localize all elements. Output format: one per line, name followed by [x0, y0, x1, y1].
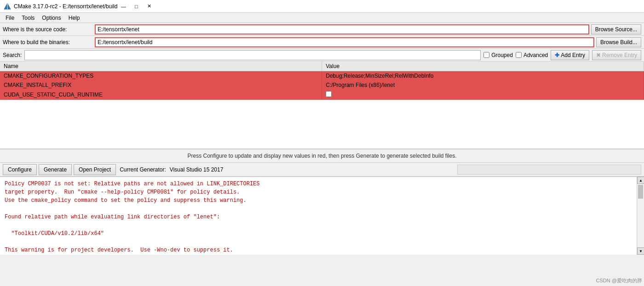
generator-prefix: Current Generator: — [120, 166, 166, 173]
title-bar: CMake 3.17.0-rc2 - E:/tensorrtx/lenet/bu… — [0, 0, 644, 13]
table-header: Name Value — [0, 62, 644, 71]
col-name-header: Name — [0, 62, 322, 71]
config-table: Name Value CMAKE_CONFIGURATION_TYPESDebu… — [0, 62, 644, 100]
cell-name: CMAKE_CONFIGURATION_TYPES — [0, 71, 322, 81]
status-text: Press Configure to update and display ne… — [187, 153, 456, 159]
cell-value — [322, 90, 644, 100]
log-scrollbar[interactable]: ▲ ▼ — [637, 177, 644, 255]
watermark: CSDN @爱吃肉的胖 — [596, 277, 642, 284]
generate-button[interactable]: Generate — [39, 164, 72, 175]
advanced-checkbox-label[interactable]: Advanced — [516, 52, 548, 58]
log-container: Policy CMP0037 is not set: Relative path… — [0, 177, 644, 255]
generator-value: Visual Studio 15 2017 — [170, 166, 224, 173]
table-row[interactable]: CUDA_USE_STATIC_CUDA_RUNTIME — [0, 90, 644, 100]
search-input[interactable] — [24, 50, 481, 60]
search-label: Search: — [3, 52, 22, 58]
config-area: Name Value CMAKE_CONFIGURATION_TYPESDebu… — [0, 62, 644, 149]
add-entry-label: Add Entry — [561, 52, 585, 58]
bottom-toolbar: Configure Generate Open Project Current … — [0, 163, 644, 177]
table-body: CMAKE_CONFIGURATION_TYPESDebug;Release;M… — [0, 71, 644, 100]
cell-checkbox[interactable] — [326, 91, 332, 97]
build-input[interactable] — [95, 37, 594, 47]
grouped-checkbox-label[interactable]: Grouped — [483, 52, 513, 58]
menu-file[interactable]: File — [2, 14, 18, 22]
log-line — [5, 238, 635, 246]
cell-name: CMAKE_INSTALL_PREFIX — [0, 80, 322, 90]
add-icon: ✚ — [555, 52, 559, 58]
grouped-label: Grouped — [491, 52, 513, 58]
open-project-button[interactable]: Open Project — [74, 164, 116, 175]
search-row: Search: Grouped Advanced ✚ Add Entry ✖ R… — [0, 49, 644, 62]
log-area: Policy CMP0037 is not set: Relative path… — [0, 177, 644, 255]
advanced-checkbox[interactable] — [516, 52, 522, 58]
cell-value: C:/Program Files (x86)/lenet — [322, 80, 644, 90]
source-label: Where is the source code: — [3, 26, 95, 33]
browse-source-button[interactable]: Browse Source... — [591, 24, 641, 34]
table-row[interactable]: CMAKE_INSTALL_PREFIXC:/Program Files (x8… — [0, 80, 644, 90]
remove-entry-button[interactable]: ✖ Remove Entry — [592, 50, 641, 60]
col-value-header: Value — [322, 62, 644, 71]
log-line: Use the cmake_policy command to set the … — [5, 196, 635, 205]
source-input[interactable] — [95, 24, 589, 34]
log-line — [5, 205, 635, 213]
scroll-track — [637, 184, 644, 247]
minimize-button[interactable]: — — [117, 2, 129, 11]
menu-bar: File Tools Options Help — [0, 13, 644, 23]
maximize-button[interactable]: □ — [130, 2, 142, 11]
grouped-checkbox[interactable] — [483, 52, 489, 58]
build-row: Where to build the binaries: Browse Buil… — [0, 36, 644, 49]
log-line — [5, 254, 635, 255]
scroll-down-button[interactable]: ▼ — [637, 247, 644, 255]
menu-help[interactable]: Help — [65, 14, 84, 22]
title-text: CMake 3.17.0-rc2 - E:/tensorrtx/lenet/bu… — [14, 3, 117, 10]
build-label: Where to build the binaries: — [3, 39, 95, 46]
log-line: target property. Run "cmake --help-polic… — [5, 188, 635, 196]
log-line: This warning is for project developers. … — [5, 246, 635, 254]
cell-value: Debug;Release;MinSizeRel;RelWithDebInfo — [322, 71, 644, 81]
remove-entry-label: Remove Entry — [602, 52, 637, 58]
advanced-label: Advanced — [523, 52, 548, 58]
window-controls: — □ ✕ — [117, 2, 155, 11]
menu-tools[interactable]: Tools — [18, 14, 38, 22]
remove-icon: ✖ — [596, 52, 601, 58]
generator-display — [457, 165, 641, 175]
log-line: Policy CMP0037 is not set: Relative path… — [5, 180, 635, 188]
table-row[interactable]: CMAKE_CONFIGURATION_TYPESDebug;Release;M… — [0, 71, 644, 81]
cmake-logo — [4, 3, 11, 10]
menu-options[interactable]: Options — [38, 14, 64, 22]
status-bar: Press Configure to update and display ne… — [0, 149, 644, 163]
log-line: Found relative path while evaluating lin… — [5, 213, 635, 221]
log-line — [5, 221, 635, 229]
scroll-thumb[interactable] — [638, 185, 643, 199]
close-button[interactable]: ✕ — [143, 2, 155, 11]
cell-name: CUDA_USE_STATIC_CUDA_RUNTIME — [0, 90, 322, 100]
configure-button[interactable]: Configure — [3, 164, 37, 175]
browse-build-button[interactable]: Browse Build... — [596, 37, 641, 47]
log-line: "Toolkit/CUDA/v10.2/lib/x64" — [5, 229, 635, 238]
scroll-up-button[interactable]: ▲ — [637, 177, 644, 184]
source-row: Where is the source code: Browse Source.… — [0, 23, 644, 36]
add-entry-button[interactable]: ✚ Add Entry — [551, 50, 589, 60]
